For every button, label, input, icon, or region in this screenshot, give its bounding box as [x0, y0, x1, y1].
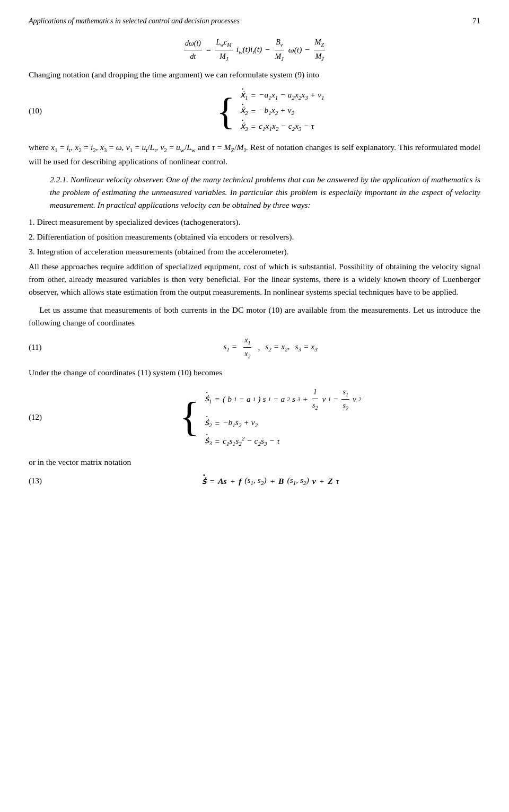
- eq-main: dω(t) dt = LwcM MJ iw(t)it(t) − Bv MJ ω(…: [183, 37, 326, 63]
- system-12-label: (12): [29, 411, 60, 423]
- top-equation: dω(t) dt = LwcM MJ iw(t)it(t) − Bv MJ ω(…: [29, 37, 480, 63]
- header-title: Applications of mathematics in selected …: [29, 15, 240, 27]
- paragraph-let-us-assume: Let us assume that measurements of both …: [29, 304, 480, 329]
- eq-13-content: ṡ = As + f(s1, s2) + B(s1, s2) v + Zτ: [60, 474, 480, 488]
- paragraph-all-approaches: All these approaches require addition of…: [29, 260, 480, 298]
- system-10-label: (10): [29, 105, 60, 117]
- bold-sdot: ṡ: [202, 475, 206, 488]
- frac-domega: dω(t) dt: [184, 38, 202, 62]
- system-10-row-1: ẋ1 = −a1x1 − a2x2x3 + v1: [240, 89, 324, 102]
- section-heading-221: 2.2.1. Nonlinear velocity observer. One …: [50, 173, 480, 211]
- system-12: (12) { ṡ1 = (b1 − a1)s1 − a2s3 + 1 s2 v1…: [29, 386, 480, 449]
- system-10: (10) { ẋ1 = −a1x1 − a2x2x3 + v1 ẋ2 = −b1…: [29, 89, 480, 134]
- system-10-inner: ẋ1 = −a1x1 − a2x2x3 + v1 ẋ2 = −b1x2 + v2…: [240, 89, 324, 134]
- page-header: Applications of mathematics in selected …: [29, 15, 480, 27]
- eq-11-label: (11): [29, 341, 60, 354]
- eq-13-label: (13): [29, 475, 60, 487]
- frac-x1x2: x1 x2: [243, 334, 251, 361]
- system-12-row-2: ṡ2 = −b1s2 + v2: [205, 416, 258, 430]
- header-page-number: 71: [472, 15, 480, 27]
- list-item-2: 2. Differentiation of position measureme…: [29, 231, 480, 243]
- system-12-row-3: ṡ3 = c1s1s22 − c2s3 − τ: [205, 434, 279, 449]
- system-12-row-1: ṡ1 = (b1 − a1)s1 − a2s3 + 1 s2 v1 − s1 s…: [205, 386, 361, 413]
- system-12-inner: ṡ1 = (b1 − a1)s1 − a2s3 + 1 s2 v1 − s1 s…: [205, 386, 361, 449]
- frac-bv: Bv MJ: [274, 37, 285, 63]
- frac-mz: MZ MJ: [314, 37, 325, 63]
- eq-11-content: s1 = x1 x2 , s2 = x2, s3 = x3: [60, 334, 480, 361]
- paragraph-where: where x1 = it, x2 = i2, x3 = ω, v1 = ut/…: [29, 141, 480, 167]
- equation-11: (11) s1 = x1 x2 , s2 = x2, s3 = x3: [29, 334, 480, 361]
- equation-13: (13) ṡ = As + f(s1, s2) + B(s1, s2) v + …: [29, 474, 480, 488]
- paragraph-changing-notation: Changing notation (and dropping the time…: [29, 68, 480, 81]
- system-12-content: { ṡ1 = (b1 − a1)s1 − a2s3 + 1 s2 v1 − s: [60, 386, 480, 449]
- paragraph-vector-matrix: or in the vector matrix notation: [29, 456, 480, 469]
- frac-lwcm: LwcM MJ: [215, 37, 232, 63]
- system-10-row-2: ẋ2 = −b1x2 + v2: [240, 104, 294, 118]
- list-item-1: 1. Direct measurement by specialized dev…: [29, 216, 480, 228]
- list-item-3: 3. Integration of acceleration measureme…: [29, 245, 480, 258]
- system-10-content: { ẋ1 = −a1x1 − a2x2x3 + v1 ẋ2 = −b1x2 + …: [60, 89, 480, 134]
- system-10-row-3: ẋ3 = c1x1x2 − c2x3 − τ: [240, 120, 314, 134]
- methods-list: 1. Direct measurement by specialized dev…: [29, 216, 480, 258]
- paragraph-under-change: Under the change of coordinates (11) sys…: [29, 366, 480, 379]
